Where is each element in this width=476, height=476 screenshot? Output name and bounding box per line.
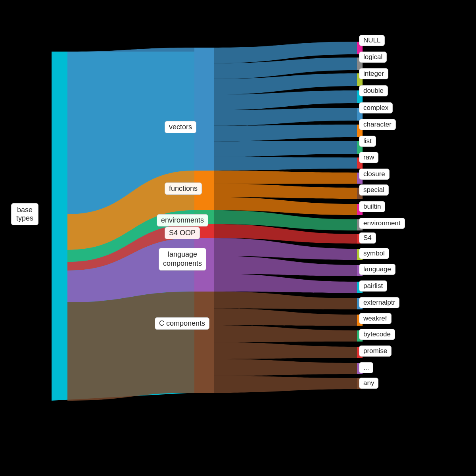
svg-rect-25	[357, 330, 363, 342]
svg-rect-21	[357, 282, 363, 293]
svg-rect-23	[357, 298, 363, 309]
svg-rect-5	[357, 90, 363, 103]
svg-rect-24	[357, 315, 363, 326]
svg-rect-28	[357, 378, 363, 389]
svg-rect-9	[357, 157, 363, 169]
svg-rect-20	[357, 265, 363, 276]
svg-rect-8	[357, 141, 363, 154]
svg-rect-13	[357, 204, 363, 215]
svg-rect-11	[357, 173, 363, 184]
svg-rect-12	[357, 188, 363, 199]
sankey-diagram: basetypes vectors functions environments…	[0, 0, 476, 476]
svg-rect-10	[194, 171, 214, 210]
svg-rect-1	[194, 48, 214, 171]
svg-rect-16	[194, 224, 214, 238]
svg-rect-2	[357, 42, 363, 54]
svg-rect-14	[194, 210, 214, 224]
svg-rect-22	[194, 292, 214, 393]
svg-rect-7	[357, 125, 363, 137]
svg-rect-6	[357, 108, 363, 121]
svg-rect-3	[357, 58, 363, 70]
svg-rect-17	[357, 234, 363, 244]
svg-rect-26	[357, 347, 363, 358]
svg-rect-19	[357, 249, 363, 260]
svg-rect-27	[357, 363, 363, 374]
svg-rect-4	[357, 73, 363, 86]
svg-rect-15	[357, 219, 363, 230]
svg-rect-18	[194, 238, 214, 292]
